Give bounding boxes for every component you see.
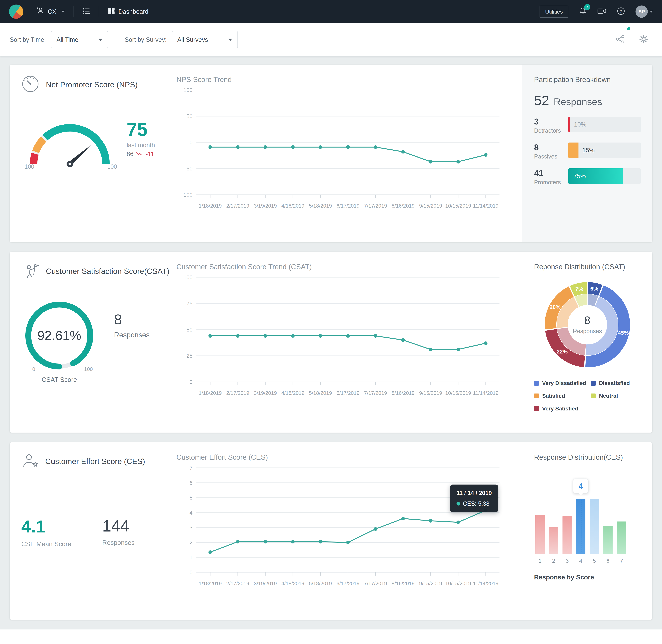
ces-distribution-bars[interactable]: 12344567 — [534, 489, 641, 564]
svg-text:6/17/2019: 6/17/2019 — [336, 203, 359, 209]
svg-text:2/17/2019: 2/17/2019 — [226, 580, 249, 586]
bar-column[interactable]: 7 — [617, 522, 626, 564]
csat-ring-gauge: 92.61% 0 100 — [21, 298, 97, 375]
ring-max-label: 100 — [84, 366, 93, 372]
dashboard-content: Net Promoter Score (NPS) -100 100 75 — [0, 56, 662, 620]
nps-card: Net Promoter Score (NPS) -100 100 75 — [10, 65, 652, 242]
svg-text:7/17/2019: 7/17/2019 — [364, 203, 387, 209]
workspace-switcher[interactable]: CX — [36, 7, 65, 17]
help-button[interactable]: ? — [617, 7, 625, 17]
legend-label: Dissatisfied — [599, 380, 630, 386]
bar-column[interactable]: 44 — [576, 499, 586, 564]
svg-text:6%: 6% — [590, 285, 598, 292]
participation-rows: 3Detractors10%8Passives15%41Promoters75% — [534, 117, 641, 186]
bar-highlight-line — [581, 500, 581, 552]
ces-trend-chart[interactable]: 11 / 14 / 2019 CES: 5.38 765432101/18/20… — [176, 463, 503, 592]
ces-bars-caption: Response by Score — [534, 574, 641, 581]
svg-text:25: 25 — [186, 353, 193, 359]
svg-text:9/15/2019: 9/15/2019 — [419, 580, 442, 586]
bar-column[interactable]: 6 — [603, 526, 613, 564]
csat-score-label: CSAT Score — [21, 376, 97, 383]
legend-item[interactable]: Dissatisfied — [591, 380, 641, 386]
svg-text:20%: 20% — [550, 304, 560, 310]
svg-text:0: 0 — [190, 379, 193, 385]
time-filter-select[interactable]: All Time — [51, 31, 108, 48]
legend-item[interactable]: Satisfied — [534, 393, 591, 399]
nps-card-body: Net Promoter Score (NPS) -100 100 75 — [10, 65, 523, 242]
survey-filter-select[interactable]: All Surveys — [172, 31, 238, 48]
nps_trend-svg: 100500-50-1001/18/20192/17/20193/19/2019… — [176, 86, 503, 215]
csat-legend: Very DissatisfiedDissatisfiedSatisfiedNe… — [534, 380, 641, 412]
nps-summary: Net Promoter Score (NPS) -100 100 75 — [21, 75, 174, 234]
user-menu[interactable]: SP — [636, 5, 653, 18]
ces-summary: Customer Effort Score (CES) 4.1 CSE Mean… — [21, 453, 174, 612]
svg-text:0: 0 — [190, 569, 193, 575]
participation-row: 3Detractors10% — [534, 117, 641, 134]
segment-percent: 75% — [573, 173, 586, 180]
person-star-icon — [21, 453, 39, 470]
nps-score-block: 75 last month 86 -11 — [127, 120, 155, 170]
legend-swatch — [534, 393, 539, 398]
legend-swatch — [591, 381, 596, 386]
nav-dashboard-label: Dashboard — [118, 8, 149, 15]
svg-text:3/19/2019: 3/19/2019 — [254, 580, 277, 586]
list-view-button[interactable] — [82, 7, 90, 17]
bar-x-label: 6 — [606, 558, 610, 564]
ces-trend-section: Customer Effort Score (CES) 11 / 14 / 20… — [174, 453, 516, 612]
svg-text:Responses: Responses — [573, 328, 602, 335]
csat-trend-chart[interactable]: 10075502501/18/20192/17/20193/19/20194/1… — [176, 273, 503, 402]
svg-text:11/14/2019: 11/14/2019 — [473, 580, 499, 586]
csat-responses-label: Responses — [114, 331, 150, 339]
top-navbar: CX Dashboard Utilities — [0, 0, 662, 23]
segment-percent: 15% — [582, 147, 595, 154]
csat-summary: Customer Satisfaction Score(CSAT) 92.61%… — [21, 262, 174, 424]
bar-column[interactable]: 2 — [549, 527, 558, 564]
bar-column[interactable]: 1 — [535, 515, 545, 564]
gear-icon — [639, 34, 648, 45]
participation-row: 41Promoters75% — [534, 168, 641, 186]
utilities-button[interactable]: Utilities — [539, 6, 568, 18]
svg-text:8: 8 — [584, 314, 591, 326]
svg-text:22%: 22% — [557, 348, 568, 354]
svg-text:75: 75 — [186, 300, 193, 306]
svg-text:4/18/2019: 4/18/2019 — [281, 203, 304, 209]
svg-text:3/19/2019: 3/19/2019 — [254, 203, 277, 209]
svg-text:50: 50 — [186, 113, 193, 119]
bar-x-label: 5 — [593, 558, 596, 564]
csat_trend-svg: 10075502501/18/20192/17/20193/19/20194/1… — [176, 273, 503, 402]
status-dot — [627, 27, 630, 30]
participation-panel: Participation Breakdown 52 Responses 3De… — [523, 65, 652, 242]
csat-trend-section: Customer Satisfaction Score Trend (CSAT)… — [174, 262, 516, 424]
csat-distribution-panel: Reponse Distribution (CSAT) 6%45%22%20%7… — [523, 252, 652, 433]
svg-text:45%: 45% — [618, 330, 629, 336]
settings-button[interactable] — [639, 34, 648, 45]
legend-item[interactable]: Very Satisfied — [534, 406, 591, 412]
divider — [73, 6, 73, 17]
video-camera-icon — [597, 7, 606, 16]
nav-dashboard[interactable]: Dashboard — [107, 7, 149, 16]
segment-bar: 15% — [568, 142, 641, 158]
csat-distribution-donut[interactable]: 6%45%22%20%7%8Responses — [534, 278, 641, 371]
survey-filter-value: All Surveys — [177, 36, 208, 43]
time-filter-value: All Time — [57, 36, 78, 43]
notification-badge: 7 — [584, 4, 590, 10]
tooltip-date: 11 / 14 / 2019 — [457, 490, 492, 497]
participation-title: Participation Breakdown — [534, 75, 641, 84]
video-button[interactable] — [597, 7, 606, 16]
legend-item[interactable]: Neutral — [591, 393, 641, 399]
svg-text:6/17/2019: 6/17/2019 — [336, 390, 359, 396]
app-logo-icon[interactable] — [9, 4, 23, 19]
svg-text:7%: 7% — [575, 286, 583, 292]
filter-bar-actions — [616, 34, 652, 45]
csat-score: 92.61% — [21, 298, 97, 373]
chevron-down-icon — [98, 39, 103, 41]
nps-trend-chart[interactable]: 100500-50-1001/18/20192/17/20193/19/2019… — [176, 86, 503, 215]
svg-text:7/17/2019: 7/17/2019 — [364, 580, 387, 586]
bar — [549, 527, 558, 554]
legend-item[interactable]: Very Dissatisfied — [534, 380, 591, 386]
bar-column[interactable]: 3 — [562, 516, 572, 564]
bar-column[interactable]: 5 — [590, 499, 599, 564]
svg-text:?: ? — [620, 9, 622, 14]
share-button[interactable] — [616, 34, 625, 45]
notifications-button[interactable]: 7 — [579, 7, 587, 17]
